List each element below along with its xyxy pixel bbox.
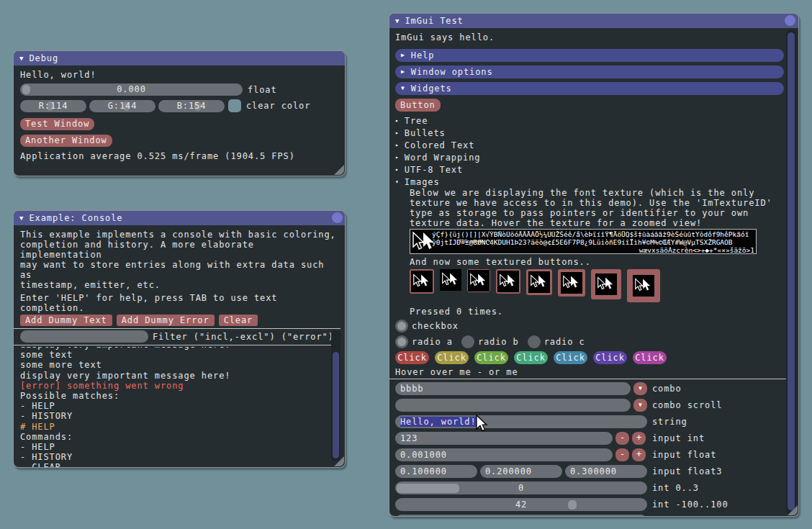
header-help[interactable]: ▶ Help	[395, 49, 784, 62]
add-dummy-error-button[interactable]: Add Dummy Error	[117, 315, 215, 326]
click-button-teal[interactable]: Click	[514, 351, 548, 364]
image-button[interactable]	[627, 269, 660, 302]
filter-input[interactable]	[20, 330, 148, 343]
string-input[interactable]: Hello, world!	[395, 415, 647, 428]
imgui-scrollbar-thumb[interactable]	[788, 32, 795, 510]
console-titlebar[interactable]: ▼ Example: Console	[14, 211, 345, 225]
input-float3-y[interactable]: 0.200000	[480, 465, 562, 478]
click-button-red[interactable]: Click	[395, 351, 429, 364]
console-scrollbar[interactable]	[331, 330, 340, 461]
header-widgets[interactable]: ▼ Widgets	[395, 82, 784, 95]
console-scrollbar-thumb[interactable]	[333, 352, 339, 458]
imgui-window-title: ImGui Test	[405, 16, 463, 26]
chevron-down-icon: ▼	[401, 83, 405, 94]
font-texture-image[interactable]: ýÇf}{üj()[]|X√ÝBÑòÙöóÂÃÄÀÖ½¼ÙÚŽŠéê/å\èÞï…	[410, 229, 757, 254]
image-button[interactable]	[410, 269, 434, 294]
debug-window-title: Debug	[29, 53, 58, 63]
log-line: - HELP	[20, 401, 322, 411]
tree-node-word-wrapping[interactable]: ▸ Word Wrapping	[395, 151, 798, 163]
image-button[interactable]	[440, 269, 461, 291]
slider-int-100[interactable]: 42	[395, 498, 647, 511]
images-text-line: Below we are displaying the font texture…	[410, 188, 798, 198]
slider-float[interactable]: 4.132	[395, 515, 647, 517]
tree-node-label: Bullets	[405, 128, 446, 138]
slider-float-label: float	[652, 516, 682, 517]
combo-scroll-box[interactable]	[395, 399, 631, 412]
drag-blue-value: B:154	[158, 100, 225, 112]
radio-c[interactable]	[528, 335, 541, 348]
console-window-title: Example: Console	[29, 213, 122, 223]
image-button[interactable]	[496, 269, 520, 294]
slider-int-100-label: int -100..100	[652, 499, 728, 510]
collapse-arrow-icon[interactable]: ▼	[395, 16, 399, 26]
radio-a[interactable]	[395, 335, 408, 348]
combo-scroll-arrow-button[interactable]: ▼	[633, 399, 647, 412]
another-window-button[interactable]: Another Window	[20, 135, 112, 147]
click-button-green[interactable]: Click	[474, 351, 508, 364]
input-float-field[interactable]: 0.001000	[395, 448, 613, 461]
close-icon[interactable]	[332, 212, 343, 223]
click-button-blue[interactable]: Click	[554, 351, 587, 364]
slider-int-100-value: 42	[395, 498, 647, 511]
float-slider-value: 0.000	[20, 83, 243, 96]
drag-blue[interactable]: B:154	[158, 100, 225, 112]
click-button-yellow[interactable]: Click	[435, 351, 469, 364]
header-widgets-label: Widgets	[411, 83, 452, 94]
tree-node-images[interactable]: ▾ Images	[395, 176, 798, 188]
click-button-purple[interactable]: Click	[593, 351, 627, 364]
input-float3-x[interactable]: 0.100000	[395, 465, 477, 478]
tree-node-utf8-text[interactable]: ▸ UTF-8 Text	[395, 163, 798, 176]
slider-grab[interactable]	[533, 517, 542, 517]
textured-buttons-caption: And now some textured buttons..	[410, 257, 798, 267]
minus-button[interactable]: -	[615, 432, 629, 445]
tree-node-label: Tree	[405, 116, 428, 126]
imgui-scrollbar[interactable]	[786, 30, 796, 515]
clear-button[interactable]: Clear	[219, 315, 258, 326]
log-line: - HISTORY	[20, 411, 322, 421]
image-button[interactable]	[526, 269, 552, 295]
click-button-magenta[interactable]: Click	[633, 351, 667, 364]
clear-color-label: clear color	[246, 101, 310, 111]
tree-node-bullets[interactable]: ▸ Bullets	[395, 127, 798, 139]
button-widget[interactable]: Button	[395, 99, 441, 112]
combo-box[interactable]: bbbb	[395, 382, 631, 395]
clear-color-swatch[interactable]	[228, 99, 241, 112]
image-button[interactable]	[467, 269, 490, 292]
header-window-options[interactable]: ▶ Window options	[395, 65, 784, 78]
tree-node-colored-text[interactable]: ▸ Colored Text	[395, 139, 798, 151]
tree-node-tree[interactable]: ▸ Tree	[395, 114, 798, 127]
console-window: ▼ Example: Console This example implemen…	[13, 210, 346, 468]
image-button[interactable]	[591, 269, 621, 299]
add-dummy-text-button[interactable]: Add Dummy Text	[20, 315, 112, 326]
checkbox-label: checkbox	[412, 321, 459, 331]
resize-grip[interactable]	[334, 165, 344, 175]
imgui-titlebar[interactable]: ▼ ImGui Test	[389, 14, 798, 28]
images-text-line: type as storage to pass pointers or iden…	[410, 208, 798, 218]
radio-b[interactable]	[461, 335, 474, 348]
console-help-line: Enter 'HELP' for help, press TAB to use …	[20, 293, 340, 313]
hover-over-me-text[interactable]: Hover over me - or me	[395, 367, 798, 377]
drag-red[interactable]: R:114	[20, 100, 86, 112]
combo-arrow-button[interactable]: ▼	[633, 382, 647, 395]
checkbox[interactable]	[395, 320, 408, 333]
drag-green[interactable]: G:144	[89, 100, 155, 112]
float-slider[interactable]: 0.000	[20, 83, 243, 96]
image-button[interactable]	[558, 269, 585, 297]
combo-label: combo	[652, 384, 682, 394]
test-window-button[interactable]: Test Window	[20, 118, 94, 130]
input-int-field[interactable]: 123	[395, 432, 613, 445]
console-log[interactable]: display very important message here! som…	[20, 347, 322, 468]
radio-b-label: radio b	[478, 337, 519, 347]
input-float3-z[interactable]: 0.300000	[565, 465, 647, 478]
collapse-arrow-icon[interactable]: ▼	[19, 53, 23, 63]
plus-button[interactable]: +	[632, 448, 646, 461]
tree-node-label: Word Wrapping	[405, 153, 481, 163]
log-line: - HISTORY	[20, 452, 322, 462]
minus-button[interactable]: -	[615, 448, 629, 461]
plus-button[interactable]: +	[632, 432, 646, 445]
collapse-arrow-icon[interactable]: ▼	[19, 213, 23, 223]
slider-int-0-3[interactable]: 0	[395, 481, 647, 494]
log-line: some text	[20, 350, 322, 360]
debug-titlebar[interactable]: ▼ Debug	[14, 51, 345, 65]
close-icon[interactable]	[785, 15, 795, 26]
